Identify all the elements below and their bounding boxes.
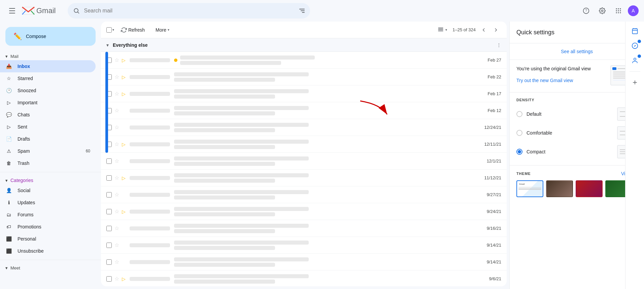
filter-icon[interactable] (299, 9, 305, 13)
meet-label: Meet (10, 265, 20, 270)
email-row[interactable]: ☆ ▷ Feb 12 (101, 102, 507, 119)
sidebar-item-promotions[interactable]: 🏷 Promotions (0, 221, 96, 233)
sidebar-item-personal[interactable]: ⬛ Personal (0, 233, 96, 245)
email-row[interactable]: ☆ ▷ 9/16/21 (101, 220, 507, 237)
star-icon[interactable]: ☆ (114, 175, 119, 181)
contacts-badge (638, 55, 641, 58)
star-icon[interactable]: ☆ (114, 191, 119, 198)
email-snippet-line-2 (174, 128, 275, 132)
email-checkbox[interactable] (106, 276, 112, 282)
email-row[interactable]: ☆ ▷ 12/24/21 (101, 119, 507, 136)
quick-settings-header: Quick settings ✕ (510, 22, 644, 43)
avatar[interactable]: A (628, 5, 639, 16)
email-row[interactable]: ☆ ▷ Feb 27 (101, 52, 507, 69)
email-snippet-line-1 (174, 173, 309, 177)
email-row[interactable]: ☆ ▷ 11/12/21 (101, 170, 507, 186)
email-checkbox[interactable] (106, 226, 112, 231)
select-all-checkbox[interactable] (106, 27, 112, 33)
prev-page-button[interactable] (478, 25, 489, 35)
refresh-button[interactable]: Refresh (117, 25, 149, 35)
meet-section[interactable]: ▾ Meet (0, 263, 101, 272)
sidebar-item-chats[interactable]: 💬 Chats (0, 109, 96, 121)
sidebar-item-updates[interactable]: ℹ Updates (0, 196, 96, 209)
email-checkbox[interactable] (106, 243, 112, 248)
email-row[interactable]: ☆ ▷ 9/24/21 (101, 203, 507, 220)
email-row[interactable]: ☆ ▷ 12/11/21 (101, 136, 507, 153)
email-row[interactable]: ☆ ▷ 12/1/21 (101, 153, 507, 170)
add-addon-button[interactable] (628, 76, 642, 89)
calendar-icon-button[interactable] (628, 24, 642, 38)
sidebar-item-drafts[interactable]: 📄 Drafts (0, 133, 96, 145)
density-comfortable-option[interactable]: Comfortable (516, 125, 637, 141)
star-icon[interactable]: ☆ (114, 57, 119, 63)
star-icon[interactable]: ☆ (114, 259, 119, 265)
promotions-icon: 🏷 (5, 224, 12, 229)
email-row[interactable]: ☆ ▷ 9/14/21 (101, 254, 507, 270)
star-icon[interactable]: ☆ (114, 208, 119, 215)
sidebar-item-forums[interactable]: 🗂 Forums (0, 209, 96, 221)
view-dropdown-icon[interactable]: ▾ (445, 28, 447, 32)
main-layout: ✏️ Compose ▾ Mail 📥 Inbox ☆ Starred 🕐 Sn… (0, 22, 644, 289)
categories-section[interactable]: ▾ Categories (0, 175, 101, 184)
search-input[interactable] (84, 8, 295, 14)
sidebar-item-important[interactable]: ▷ Important (0, 97, 96, 109)
star-icon[interactable]: ☆ (114, 107, 119, 114)
theme-floral[interactable] (576, 180, 603, 197)
sidebar-item-spam[interactable]: ⚠ Spam 60 (0, 145, 96, 157)
settings-button[interactable] (596, 4, 609, 17)
svg-point-14 (618, 12, 619, 13)
star-icon[interactable]: ☆ (114, 158, 119, 164)
star-icon[interactable]: ☆ (114, 242, 119, 248)
star-icon[interactable]: ☆ (114, 225, 119, 231)
star-icon[interactable]: ☆ (114, 124, 119, 131)
density-comfortable-radio[interactable] (516, 130, 522, 136)
menu-button[interactable] (5, 4, 19, 17)
email-checkbox[interactable] (106, 158, 112, 164)
compose-button[interactable]: ✏️ Compose (5, 27, 96, 46)
density-compact-option[interactable]: Compact (516, 144, 637, 160)
select-dropdown-icon[interactable]: ▾ (112, 28, 114, 32)
apps-button[interactable] (612, 4, 625, 17)
search-bar[interactable] (68, 3, 310, 19)
next-page-button[interactable] (490, 25, 501, 35)
sidebar-item-sent[interactable]: ▷ Sent (0, 121, 96, 133)
try-new-view-link[interactable]: Try out the new Gmail view (516, 78, 573, 83)
inbox-icon: 📥 (5, 64, 12, 69)
see-all-settings-button[interactable]: See all settings (561, 49, 593, 54)
email-row[interactable]: ☆ ▷ Feb 17 (101, 85, 507, 102)
email-snippet-line-1 (174, 274, 309, 278)
sidebar-item-social[interactable]: 👤 Social (0, 184, 96, 196)
star-icon[interactable]: ☆ (114, 276, 119, 282)
star-icon[interactable]: ☆ (114, 74, 119, 80)
section-collapse-icon[interactable]: ▾ (106, 42, 109, 48)
tasks-icon-button[interactable] (628, 39, 642, 52)
sidebar-item-snoozed[interactable]: 🕐 Snoozed (0, 84, 96, 97)
sidebar-item-inbox[interactable]: 📥 Inbox (0, 60, 96, 72)
email-checkbox[interactable] (106, 175, 112, 181)
email-checkbox[interactable] (106, 209, 112, 214)
section-more-icon[interactable]: ⋮ (497, 42, 501, 48)
email-row[interactable]: ☆ ▷ 9/27/21 (101, 186, 507, 203)
mail-section[interactable]: ▾ Mail (0, 51, 101, 60)
theme-nature[interactable] (546, 180, 573, 197)
select-all-wrap[interactable]: ▾ (106, 27, 114, 33)
density-default-option[interactable]: Default (516, 106, 637, 122)
email-row[interactable]: ☆ ▷ 9/6/21 (101, 270, 507, 286)
star-icon[interactable]: ☆ (114, 91, 119, 97)
email-row[interactable]: ☆ ▷ 9/14/21 (101, 237, 507, 254)
help-button[interactable]: ? (579, 4, 593, 17)
star-icon[interactable]: ☆ (114, 141, 119, 147)
density-default-radio[interactable] (516, 111, 522, 117)
pagination-nav (478, 25, 501, 35)
sidebar-item-starred[interactable]: ☆ Starred (0, 72, 96, 84)
density-compact-radio[interactable] (516, 149, 522, 155)
theme-default[interactable]: Gmail (516, 180, 543, 197)
contacts-icon-button[interactable] (628, 54, 642, 67)
email-snippet-line-2 (174, 95, 275, 99)
email-row[interactable]: ☆ ▷ Feb 22 (101, 69, 507, 85)
more-button[interactable]: More ▾ (151, 25, 173, 35)
email-checkbox[interactable] (106, 259, 112, 265)
sidebar-item-unsubscribe[interactable]: ⬛ Unsubscribe (0, 245, 96, 257)
email-checkbox[interactable] (106, 192, 112, 197)
sidebar-item-trash[interactable]: 🗑 Trash (0, 157, 96, 169)
